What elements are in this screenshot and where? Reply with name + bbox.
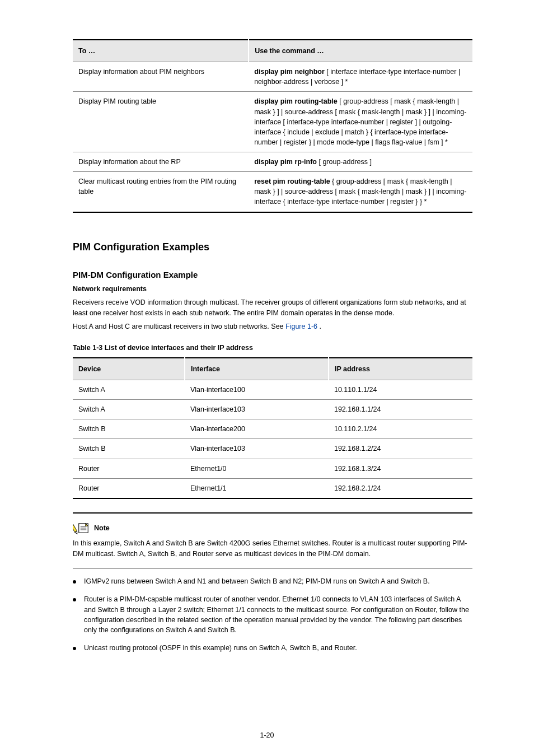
para2-pre: Host A and Host C are multicast receiver… [73,323,285,330]
note-icon [73,521,91,535]
interfaces-table-title: Table 1-3 List of device interfaces and … [73,343,472,353]
bullet-item: Unicast routing protocol (OSPF in this e… [73,643,472,653]
cmd-name: display pim neighbor [254,68,325,76]
bullet-text: Router is a PIM-DM-capable multicast rou… [84,594,472,635]
figure-link[interactable]: Figure 1-6 [285,323,317,330]
table-header-row: To … Use the command … [73,40,472,62]
page: To … Use the command … Display informati… [0,0,534,756]
col-header-ip: IP address [329,358,472,380]
note-head: Note [73,521,472,535]
cell-to: Clear multicast routing entries from the… [73,172,249,212]
table-row: Display information about the RP display… [73,152,472,172]
cell-iface: Vlan-interface100 [185,380,329,400]
cell-iface: Vlan-interface103 [185,400,329,419]
cmd-name: reset pim routing-table [254,178,330,185]
col-header-interface: Interface [185,358,329,380]
bullet-item: Router is a PIM-DM-capable multicast rou… [73,594,472,635]
page-number: 1-20 [0,730,534,740]
cell-dev: Router [73,478,185,498]
cell-to: Display PIM routing table [73,92,249,152]
cell-iface: Ethernet1/1 [185,478,329,498]
table-row: Router Ethernet1/1 192.168.2.1/24 [73,478,472,498]
table-row: Switch B Vlan-interface200 10.110.2.1/24 [73,419,472,439]
cell-iface: Ethernet1/0 [185,459,329,478]
col-header-device: Device [73,358,185,380]
table-row: Display information about PIM neighbors … [73,62,472,92]
cell-ip: 192.168.1.3/24 [329,459,472,478]
cell-ip: 10.110.2.1/24 [329,419,472,439]
table-row: Switch B Vlan-interface103 192.168.1.2/2… [73,439,472,459]
table-row: Switch A Vlan-interface103 192.168.1.1/2… [73,400,472,419]
cell-use: display pim neighbor [ interface interfa… [249,62,472,92]
cell-to: Display information about the RP [73,152,249,172]
table-row: Router Ethernet1/0 192.168.1.3/24 [73,459,472,478]
table-header-row: Device Interface IP address [73,358,472,380]
cell-use: reset pim routing-table { group-address … [249,172,472,212]
cmd-args: [ group-address ] [318,158,372,166]
cell-iface: Vlan-interface103 [185,439,329,459]
cell-dev: Switch B [73,419,185,439]
cell-dev: Switch A [73,380,185,400]
note-block: Note In this example, Switch A and Switc… [73,512,472,569]
bullet-icon [73,647,76,650]
subsection-heading: PIM-DM Configuration Example [73,269,472,281]
table-row: Display PIM routing table display pim ro… [73,92,472,152]
cell-ip: 192.168.1.2/24 [329,439,472,459]
cell-dev: Switch A [73,400,185,419]
table-row: Switch A Vlan-interface100 10.110.1.1/24 [73,380,472,400]
section-heading: PIM Configuration Examples [73,240,472,254]
cell-ip: 192.168.2.1/24 [329,478,472,498]
bullet-item: IGMPv2 runs between Switch A and N1 and … [73,576,472,586]
cell-use: display pim rp-info [ group-address ] [249,152,472,172]
note-rule-top [73,512,472,516]
bullet-icon [73,598,76,601]
command-lookup-table: To … Use the command … Display informati… [73,39,472,213]
network-req-para1: Receivers receive VOD information throug… [73,297,472,318]
bullet-text: IGMPv2 runs between Switch A and N1 and … [84,576,472,586]
network-req-label: Network requirements [73,285,147,293]
cell-dev: Router [73,459,185,478]
table-row: Clear multicast routing entries from the… [73,172,472,212]
cell-use: display pim routing-table [ group-addres… [249,92,472,152]
col-header-use: Use the command … [249,40,472,62]
note-body: In this example, Switch A and Switch B a… [73,538,472,559]
para2-post: . [320,323,321,330]
cell-ip: 10.110.1.1/24 [329,380,472,400]
cell-ip: 192.168.1.1/24 [329,400,472,419]
cell-dev: Switch B [73,439,185,459]
network-req-para2: Host A and Host C are multicast receiver… [73,321,472,332]
col-header-to: To … [73,40,249,62]
cell-to: Display information about PIM neighbors [73,62,249,92]
note-rule-bottom [73,568,472,568]
bullet-text: Unicast routing protocol (OSPF in this e… [84,643,472,653]
interfaces-table: Device Interface IP address Switch A Vla… [73,357,472,499]
bullet-icon [73,580,76,584]
cmd-name: display pim routing-table [254,97,338,105]
cmd-name: display pim rp-info [254,158,317,166]
cell-iface: Vlan-interface200 [185,419,329,439]
note-label: Note [94,523,110,533]
